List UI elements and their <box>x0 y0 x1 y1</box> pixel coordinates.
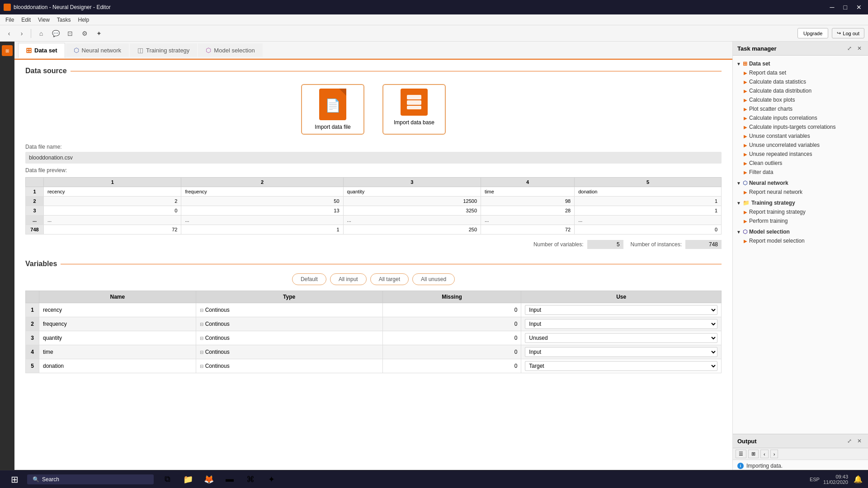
tree-item-report-neural[interactable]: ▶ Report neural network <box>733 188 868 197</box>
taskbar-app6[interactable]: ✦ <box>261 471 281 488</box>
var-row-use[interactable]: InputTargetUnused <box>521 331 722 345</box>
minimize-button[interactable]: ─ <box>827 3 837 12</box>
tree-item-unuse-repeated[interactable]: ▶ Unuse repeated instances <box>733 150 868 159</box>
task-manager-close[interactable]: ✕ <box>855 44 863 52</box>
num-variables-label: Number of variables: <box>533 241 584 248</box>
var-row-id: 4 <box>26 345 39 359</box>
output-line-1: i Importing data. <box>737 463 863 469</box>
tree-item-calc-inputs-corr[interactable]: ▶ Calculate inputs correlations <box>733 113 868 122</box>
tree-item-calc-stats[interactable]: ▶ Calculate data statistics <box>733 77 868 86</box>
taskbar-task-view[interactable]: ⧉ <box>157 471 177 488</box>
use-select[interactable]: InputTargetUnused <box>525 333 717 343</box>
menu-tasks[interactable]: Tasks <box>53 16 75 24</box>
var-table-row: 4time⊟Continous0InputTargetUnused <box>26 345 722 359</box>
chat-button[interactable]: 💬 <box>49 27 62 40</box>
taskbar-right: ESP 09:43 11/02/2020 🔔 <box>810 473 864 486</box>
tree-item-report-dataset[interactable]: ▶ Report data set <box>733 68 868 77</box>
all-unused-button[interactable]: All unused <box>412 273 455 285</box>
tree-item-calc-inputs-targets-corr[interactable]: ▶ Calculate inputs-targets correlations <box>733 122 868 131</box>
tree-dataset-header[interactable]: ▼ ⊞ Data set <box>733 59 868 68</box>
tab-neural-network[interactable]: ⬡ Neural network <box>66 43 129 57</box>
import-db-label: Import data base <box>394 119 434 126</box>
help-button[interactable]: ✦ <box>93 27 105 40</box>
output-prev[interactable]: ‹ <box>760 450 769 458</box>
output-next[interactable]: › <box>770 450 778 458</box>
dataset-tab-label: Data set <box>34 47 57 54</box>
start-button[interactable]: ⊞ <box>4 472 25 487</box>
var-row-use[interactable]: InputTargetUnused <box>521 359 722 373</box>
type-icon: ⊟ <box>200 350 203 355</box>
tree-item-report-model[interactable]: ▶ Report model selection <box>733 236 868 245</box>
taskbar-file-explorer[interactable]: 📁 <box>178 471 198 488</box>
tree-item-calc-dist[interactable]: ▶ Calculate data distribution <box>733 86 868 95</box>
output-close[interactable]: ✕ <box>855 437 863 445</box>
logout-button[interactable]: ↪ Log out <box>832 28 864 38</box>
menu-file[interactable]: File <box>2 16 18 24</box>
tab-dataset[interactable]: ⊞ Data set <box>18 43 65 58</box>
arrow-icon: ▶ <box>744 89 747 94</box>
menu-edit[interactable]: Edit <box>18 16 34 24</box>
preview-row3-c1: 13 <box>181 206 343 216</box>
sidebar-icon[interactable]: ⊞ <box>2 45 13 56</box>
import-data-file-button[interactable]: 📄 Import data file <box>301 84 364 135</box>
taskbar-search[interactable]: 🔍 Search <box>27 474 154 484</box>
tree-neural-icon: ⬡ <box>743 180 747 186</box>
tree-model-header[interactable]: ▼ ⬡ Model selection <box>733 227 868 236</box>
maximize-button[interactable]: □ <box>841 3 850 12</box>
output-grid-view[interactable]: ⊞ <box>748 450 759 458</box>
taskbar-firefox[interactable]: 🦊 <box>199 471 219 488</box>
tree-item-filter-data[interactable]: ▶ Filter data <box>733 168 868 177</box>
tab-model-selection[interactable]: ⬡ Model selection <box>198 43 262 57</box>
bookmark-button[interactable]: ⊡ <box>64 27 76 40</box>
var-row-use[interactable]: InputTargetUnused <box>521 345 722 359</box>
dataset-tab-icon: ⊞ <box>26 46 32 55</box>
menu-help[interactable]: Help <box>75 16 93 24</box>
use-select[interactable]: InputTargetUnused <box>525 305 717 315</box>
tree-item-perform-training[interactable]: ▶ Perform training <box>733 216 868 225</box>
var-row-type: ⊟Continous <box>196 359 382 373</box>
home-button[interactable]: ⌂ <box>35 27 47 40</box>
tree-neural-header[interactable]: ▼ ⬡ Neural network <box>733 178 868 188</box>
tree-item-calc-box[interactable]: ▶ Calculate box plots <box>733 95 868 104</box>
tree-item-label: Perform training <box>749 218 788 224</box>
type-icon: ⊟ <box>200 308 203 313</box>
tree-training-header[interactable]: ▼ 📁 Training strategy <box>733 198 868 207</box>
default-button[interactable]: Default <box>292 273 326 285</box>
notification-button[interactable]: 🔔 <box>852 473 864 486</box>
task-tree: ▼ ⊞ Data set ▶ Report data set ▶ Calcula… <box>733 56 868 434</box>
all-target-button[interactable]: All target <box>370 273 409 285</box>
tree-item-label: Clean outliers <box>749 160 782 166</box>
use-select[interactable]: InputTargetUnused <box>525 361 717 371</box>
all-input-button[interactable]: All input <box>330 273 367 285</box>
nav-forward-button[interactable]: › <box>16 28 27 39</box>
preview-header-rownum: 1 <box>26 187 44 197</box>
output-toolbar: ☰ ⊞ ‹ › <box>733 448 868 460</box>
tree-item-unuse-constant[interactable]: ▶ Unuse constant variables <box>733 131 868 141</box>
settings-button[interactable]: ⚙ <box>78 27 91 40</box>
upgrade-button[interactable]: Upgrade <box>797 28 828 38</box>
task-manager-expand[interactable]: ⤢ <box>845 44 854 52</box>
tree-item-clean-outliers[interactable]: ▶ Clean outliers <box>733 159 868 168</box>
tree-item-plot-scatter[interactable]: ▶ Plot scatter charts <box>733 104 868 113</box>
tab-training-strategy[interactable]: ◫ Training strategy <box>130 43 197 57</box>
import-data-base-button[interactable]: Import data base <box>382 84 446 135</box>
preview-header-row: 1 recency frequency quantity time donati… <box>26 187 722 197</box>
var-row-use[interactable]: InputTargetUnused <box>521 303 722 317</box>
type-icon: ⊟ <box>200 322 203 327</box>
output-expand[interactable]: ⤢ <box>845 437 854 445</box>
search-icon: 🔍 <box>33 476 39 483</box>
nav-back-button[interactable]: ‹ <box>4 28 14 39</box>
tree-item-label: Report model selection <box>749 238 805 244</box>
preview-col-1: 1 <box>44 178 181 187</box>
tree-item-report-training[interactable]: ▶ Report training strategy <box>733 207 868 216</box>
use-select[interactable]: InputTargetUnused <box>525 319 717 329</box>
tree-item-unuse-uncorr[interactable]: ▶ Unuse uncorrelated variables <box>733 141 868 150</box>
output-list-view[interactable]: ☰ <box>736 450 746 458</box>
close-button[interactable]: ✕ <box>854 3 864 12</box>
preview-dots-c0: ... <box>44 216 181 225</box>
var-row-use[interactable]: InputTargetUnused <box>521 317 722 331</box>
use-select[interactable]: InputTargetUnused <box>525 347 717 357</box>
taskbar-app5[interactable]: ⌘ <box>241 471 260 488</box>
taskbar-terminal[interactable]: ▬ <box>220 471 240 488</box>
menu-view[interactable]: View <box>34 16 53 24</box>
